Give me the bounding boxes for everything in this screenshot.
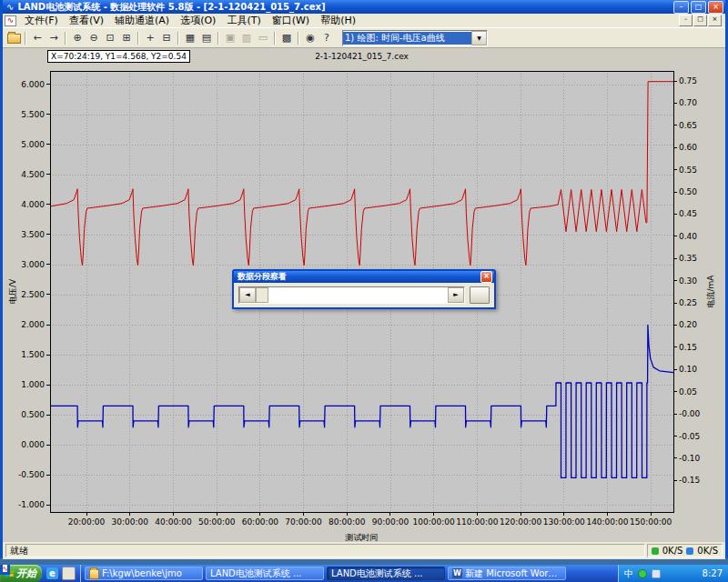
svg-text:40:00:00: 40:00:00 [155,517,192,527]
zoom-region-icon[interactable]: ⊡ [102,30,118,45]
maximize-button[interactable]: □ [691,1,706,14]
toolbar-icons: ←→⊕⊖⊡⊞+⊟▦▤▣▥▭▩◉? [5,30,335,45]
export-icon[interactable]: ▥ [238,30,255,45]
svg-text:3.500: 3.500 [21,230,45,239]
mdi-window-controls: – □ × [679,15,722,26]
scrollbar-thumb[interactable] [256,287,268,303]
show-desktop-icon[interactable] [62,567,76,580]
mdi-minimize-button[interactable]: – [679,15,693,26]
svg-text:4.500: 4.500 [21,170,45,179]
restore-view-icon[interactable]: ⊞ [118,30,135,45]
data-list-icon[interactable]: ▤ [198,30,215,45]
statusbar: 就绪 0K/S 0K/S [3,542,725,559]
help-icon[interactable]: ? [318,30,335,45]
task-label: LAND电池测试系统 ... [210,567,302,580]
desktop: ∿ LAND电池测试系统 - 数据处理软件 5.8版 - [2-1-120421… [0,0,728,582]
svg-text:0.35: 0.35 [679,254,697,263]
scroll-right-button[interactable]: ► [448,287,464,303]
back-arrow-icon[interactable]: ← [29,30,46,45]
taskbar: 开始 e F:\kgw\benke\jmo∿LAND电池测试系统 ...∿LAN… [0,565,728,582]
menubar: ∿ 文件(F)查看(V)辅助通道(A)选项(O)工具(T)窗口(W)帮助(H) … [3,14,725,27]
mdi-close-button[interactable]: × [708,15,722,26]
toolbar-separator [137,32,139,45]
svg-text:电流/mA: 电流/mA [706,275,715,308]
cursor-readout: X=70:24:19, Y1=4.568, Y2=0.54 [47,50,190,63]
task-button-2[interactable]: ∿LAND电池测试系统 ... [327,567,445,580]
svg-text:60:00:00: 60:00:00 [242,517,279,527]
print-icon[interactable]: ▭ [255,30,271,45]
plot-selector-combobox[interactable]: 1) 绘图: 时间-电压a曲线 ▼ [342,30,488,46]
svg-text:20:00:00: 20:00:00 [68,517,106,527]
mdi-restore-button[interactable]: □ [693,15,707,26]
forward-arrow-icon[interactable]: → [46,30,62,45]
zoom-out-icon[interactable]: ⊖ [86,30,102,45]
svg-text:1.000: 1.000 [21,380,45,389]
svg-text:6.000: 6.000 [21,80,45,89]
svg-text:0.45: 0.45 [679,209,697,218]
titlebar[interactable]: ∿ LAND电池测试系统 - 数据处理软件 5.8版 - [2-1-120421… [3,0,725,14]
menu-item-5[interactable]: 窗口(W) [267,15,315,27]
volume-icon[interactable] [652,569,661,578]
status-green-icon[interactable] [638,569,647,578]
copy-icon[interactable]: ▣ [222,30,238,45]
grid-icon[interactable]: ▦ [182,30,198,45]
status-message: 就绪 [5,544,645,557]
dialog-titlebar[interactable]: 数据分段察看 × [234,271,494,283]
dialog-close-button[interactable]: × [480,271,492,283]
network-speed-panel: 0K/S 0K/S [647,544,723,557]
svg-text:-0.00: -0.00 [679,409,701,418]
ie-icon[interactable]: e [46,567,58,579]
svg-text:0.000: 0.000 [21,440,45,449]
toolbar-separator [217,32,219,45]
menu-item-0[interactable]: 文件(F) [19,15,64,27]
window-title: LAND电池测试系统 - 数据处理软件 5.8版 - [2-1-120421_0… [17,1,670,14]
menu-item-1[interactable]: 查看(V) [64,15,109,27]
tile-windows-icon[interactable]: ⊟ [158,30,175,45]
svg-text:5.000: 5.000 [21,140,45,149]
scrollbar-track[interactable] [256,287,448,303]
window-controls: – □ × [673,1,723,14]
app-window: ∿ LAND电池测试系统 - 数据处理软件 5.8版 - [2-1-120421… [0,0,728,558]
legend-icon[interactable]: ◉ [302,30,318,45]
chart-region: 6.0005.5005.0004.5004.0003.5003.0002.500… [3,48,725,542]
svg-text:130:00:00: 130:00:00 [543,517,585,527]
open-file-icon[interactable] [5,30,22,45]
svg-text:0.30: 0.30 [679,276,697,286]
data-table-icon[interactable]: ▩ [278,30,295,45]
svg-text:0.55: 0.55 [679,166,697,175]
task-button-3[interactable]: W新建 Microsoft Word ... [448,567,566,580]
menu-item-6[interactable]: 帮助(H) [315,15,361,27]
segment-viewer-dialog: 数据分段察看 × ◄ ► [232,269,496,309]
quick-launch: e [42,565,81,582]
task-button-1[interactable]: ∿LAND电池测试系统 ... [206,567,324,580]
scroll-left-button[interactable]: ◄ [239,287,256,303]
svg-text:90:00:00: 90:00:00 [372,517,410,527]
ime-indicator[interactable]: 中 [624,567,633,580]
minimize-button[interactable]: – [673,1,689,14]
crosshair-icon[interactable]: + [142,30,158,45]
svg-text:0.40: 0.40 [679,232,697,241]
segment-step-button[interactable] [470,286,490,304]
combobox-dropdown-button[interactable]: ▼ [471,31,487,45]
svg-text:120:00:00: 120:00:00 [500,517,541,527]
svg-text:150:00:00: 150:00:00 [630,517,672,527]
task-button-0[interactable]: F:\kgw\benke\jmo [85,567,203,580]
document-icon: ∿ [5,15,16,26]
segment-scrollbar[interactable]: ◄ ► [238,286,465,304]
svg-text:0.05: 0.05 [679,387,697,396]
upload-activity-icon [686,547,693,555]
svg-text:0.50: 0.50 [679,187,697,196]
svg-text:110:00:00: 110:00:00 [456,517,498,527]
toolbar: ←→⊕⊖⊡⊞+⊟▦▤▣▥▭▩◉? 1) 绘图: 时间-电压a曲线 ▼ [3,27,725,48]
svg-text:30:00:00: 30:00:00 [112,517,149,527]
svg-text:80:00:00: 80:00:00 [329,517,366,527]
zoom-in-icon[interactable]: ⊕ [69,30,86,45]
svg-text:0.20: 0.20 [679,320,697,329]
menu-item-2[interactable]: 辅助通道(A) [109,15,175,27]
close-button[interactable]: × [708,1,723,14]
svg-text:3.000: 3.000 [21,260,45,269]
menu-item-3[interactable]: 选项(O) [175,15,221,27]
toolbar-separator [177,32,179,45]
svg-text:2.500: 2.500 [21,290,45,299]
menu-item-4[interactable]: 工具(T) [221,15,266,27]
